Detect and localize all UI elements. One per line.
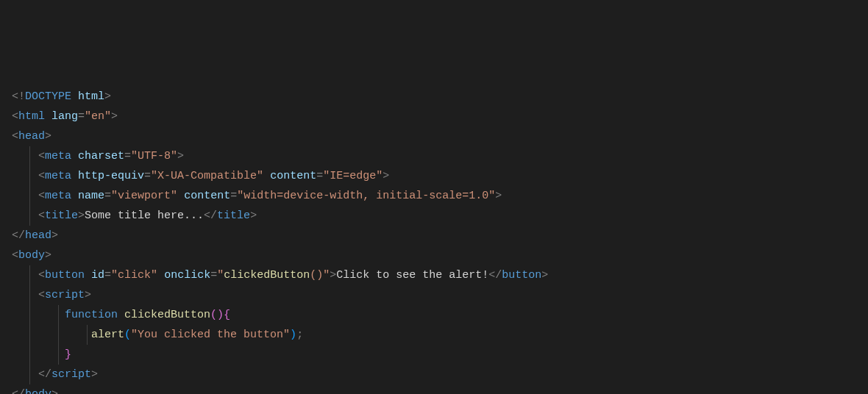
- punct: =: [230, 190, 237, 202]
- button-text: Click to see the alert!: [336, 269, 488, 282]
- attr-onclick: onclick: [164, 269, 210, 282]
- tag-head: head: [18, 130, 45, 143]
- punct: >: [45, 130, 51, 143]
- punct: <: [38, 289, 45, 301]
- string: "width=device-width, initial-scale=1.0": [237, 190, 495, 202]
- attr-lang: lang: [51, 110, 78, 123]
- string: "viewport": [111, 190, 177, 202]
- attr-content: content: [184, 190, 230, 202]
- punct: >: [495, 190, 502, 202]
- attr-name: name: [78, 190, 104, 202]
- string: "click": [111, 269, 157, 282]
- punct: </: [12, 229, 25, 242]
- space: [263, 170, 270, 182]
- punct: =: [210, 269, 217, 282]
- code-line: <meta charset="UTF-8">: [12, 146, 856, 166]
- code-line: <meta http-equiv="X-UA-Compatible" conte…: [12, 166, 856, 186]
- string-quote: ": [323, 269, 330, 282]
- code-line: <head>: [12, 126, 856, 146]
- space: [157, 269, 164, 282]
- space: [85, 269, 91, 282]
- punct: <: [38, 269, 45, 282]
- punct: =: [144, 170, 151, 182]
- attr-http-equiv: http-equiv: [78, 170, 144, 182]
- tag-button: button: [45, 269, 85, 282]
- punct: >: [51, 229, 58, 242]
- code-line: <!DOCTYPE html>: [12, 87, 856, 107]
- space: [177, 190, 184, 202]
- doctype: DOCTYPE: [25, 90, 71, 103]
- string: "X-UA-Compatible": [151, 170, 263, 182]
- punct: <!: [12, 90, 25, 103]
- tag-body: body: [25, 388, 51, 394]
- code-line: alert("You clicked the button");: [12, 325, 856, 345]
- punct: >: [91, 368, 98, 381]
- punct: </: [204, 209, 217, 222]
- punct: =: [104, 269, 111, 282]
- string: "You clicked the button": [131, 329, 290, 341]
- punct: >: [177, 150, 184, 162]
- code-line: <meta name="viewport" content="width=dev…: [12, 186, 856, 206]
- tag-meta: meta: [45, 190, 71, 202]
- space: [71, 190, 78, 202]
- tag-script: script: [45, 289, 85, 301]
- code-line: </head>: [12, 226, 856, 246]
- punct: <: [12, 110, 18, 123]
- punct: <: [38, 170, 45, 182]
- tag-title: title: [217, 209, 250, 222]
- punct: <: [38, 150, 45, 162]
- attr-content: content: [270, 170, 316, 182]
- semicolon: ;: [296, 329, 303, 341]
- code-line: }: [12, 345, 856, 365]
- keyword-function: function: [65, 309, 118, 321]
- punct: =: [124, 150, 131, 162]
- paren-close: ): [290, 329, 296, 341]
- space: [118, 309, 124, 321]
- title-text: Some title here...: [85, 209, 204, 222]
- brace-open: {: [224, 309, 230, 321]
- punct: <: [12, 249, 18, 262]
- code-line: <body>: [12, 246, 856, 265]
- code-editor[interactable]: <!DOCTYPE html><html lang="en"><head> <m…: [12, 87, 856, 394]
- string: "UTF-8": [131, 150, 177, 162]
- punct: >: [383, 170, 389, 182]
- punct: >: [85, 289, 91, 301]
- code-line: </script>: [12, 365, 856, 384]
- punct: =: [78, 110, 85, 123]
- punct: =: [316, 170, 323, 182]
- tag-meta: meta: [45, 150, 71, 162]
- code-line: <html lang="en">: [12, 107, 856, 126]
- punct: >: [541, 269, 548, 282]
- punct: =: [104, 190, 111, 202]
- punct: >: [104, 90, 111, 103]
- string: (): [310, 269, 323, 282]
- punct: >: [111, 110, 118, 123]
- punct: </: [488, 269, 502, 282]
- string-quote: ": [217, 269, 224, 282]
- punct: <: [38, 209, 45, 222]
- code-line: <title>Some title here...</title>: [12, 206, 856, 226]
- code-line: </body>: [12, 384, 856, 394]
- tag-title: title: [45, 209, 78, 222]
- string: "IE=edge": [323, 170, 383, 182]
- punct: >: [330, 269, 336, 282]
- paren: (): [210, 309, 224, 321]
- space: [71, 150, 78, 162]
- punct: >: [78, 209, 85, 222]
- tag-html: html: [18, 110, 45, 123]
- paren-open: (: [124, 329, 131, 341]
- doctype-arg: html: [71, 90, 104, 103]
- tag-body: body: [18, 249, 45, 262]
- punct: </: [38, 368, 51, 381]
- tag-button: button: [502, 269, 541, 282]
- function-call: clickedButton: [224, 269, 310, 282]
- punct: >: [45, 249, 51, 262]
- code-line: <script>: [12, 285, 856, 305]
- punct: </: [12, 388, 25, 394]
- function-alert: alert: [91, 329, 124, 341]
- punct: >: [250, 209, 257, 222]
- tag-meta: meta: [45, 170, 71, 182]
- string: "en": [85, 110, 111, 123]
- brace-close: }: [65, 348, 71, 361]
- space: [71, 170, 78, 182]
